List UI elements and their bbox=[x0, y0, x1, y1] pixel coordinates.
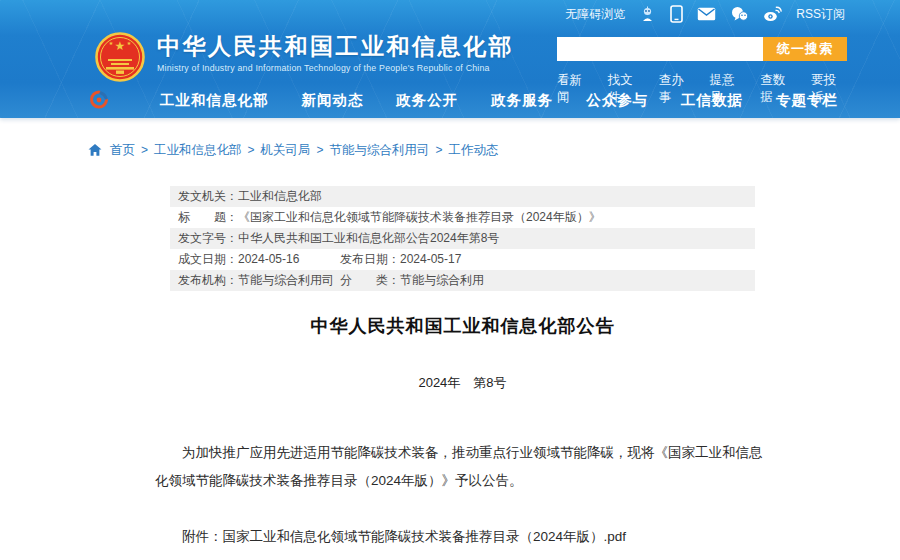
nav-item-topics[interactable]: 专题专栏 bbox=[776, 91, 838, 110]
home-icon[interactable] bbox=[88, 143, 102, 157]
attachment-line: 附件：国家工业和信息化领域节能降碳技术装备推荐目录（2024年版）.pdf bbox=[155, 528, 770, 546]
search-button[interactable]: 统一搜索 bbox=[763, 37, 847, 61]
nav-item-data[interactable]: 工信数据 bbox=[681, 91, 743, 110]
document-body: 中华人民共和国工业和信息化部公告 2024年 第8号 为加快推广应用先进适用节能… bbox=[155, 314, 770, 560]
site-header: 无障碍浏览 RSS订阅 ★ ★ ★ 中华人民共 bbox=[0, 0, 900, 118]
mascot-icon[interactable] bbox=[639, 6, 656, 23]
attachment-label: 附件： bbox=[182, 529, 223, 544]
meta-row-publisher: 发布机构：节能与综合利用司 分 类：节能与综合利用 bbox=[170, 270, 755, 291]
attachment-link[interactable]: 国家工业和信息化领域节能降碳技术装备推荐目录（2024年版）.pdf bbox=[223, 529, 627, 544]
document-title: 中华人民共和国工业和信息化部公告 bbox=[155, 314, 770, 338]
breadcrumb-current[interactable]: 工作动态 bbox=[449, 142, 499, 159]
accessibility-link[interactable]: 无障碍浏览 bbox=[565, 6, 625, 23]
breadcrumb-ministry[interactable]: 工业和信息化部 bbox=[154, 142, 242, 159]
nav-item-participation[interactable]: 公众参与 bbox=[586, 91, 648, 110]
site-title-en: Ministry of Industry and Information Tec… bbox=[157, 63, 514, 73]
miit-logo-icon bbox=[88, 89, 110, 111]
main-nav: 工业和信息化部 新闻动态 政务公开 政务服务 公众参与 工信数据 专题专栏 bbox=[0, 82, 900, 118]
breadcrumb-departments[interactable]: 机关司局 bbox=[261, 142, 311, 159]
breadcrumb-energy-dept[interactable]: 节能与综合利用司 bbox=[330, 142, 430, 159]
breadcrumb-home[interactable]: 首页 bbox=[110, 142, 135, 159]
national-emblem-icon: ★ ★ ★ bbox=[95, 32, 145, 82]
nav-item-gov-disclosure[interactable]: 政务公开 bbox=[396, 91, 458, 110]
nav-item-gov-services[interactable]: 政务服务 bbox=[491, 91, 553, 110]
breadcrumb-separator: > bbox=[141, 143, 148, 157]
mobile-icon[interactable] bbox=[670, 5, 683, 23]
rss-link[interactable]: RSS订阅 bbox=[796, 6, 845, 23]
site-title: 中华人民共和国工业和信息化部 bbox=[157, 32, 514, 60]
breadcrumb-separator: > bbox=[436, 143, 443, 157]
mail-icon[interactable] bbox=[697, 7, 716, 21]
meta-row-doc-number: 发文字号：中华人民共和国工业和信息化部公告2024年第8号 bbox=[170, 228, 755, 249]
wechat-icon[interactable] bbox=[730, 6, 749, 22]
meta-row-dates: 成文日期：2024-05-16 发布日期：2024-05-17 bbox=[170, 249, 755, 270]
meta-row-title: 标 题：《国家工业和信息化领域节能降碳技术装备推荐目录（2024年版）》 bbox=[170, 207, 755, 228]
document-paragraph: 为加快推广应用先进适用节能降碳技术装备，推动重点行业领域节能降碳，现将《国家工业… bbox=[155, 439, 770, 495]
weibo-icon[interactable] bbox=[763, 6, 782, 22]
nav-item-news[interactable]: 新闻动态 bbox=[301, 91, 363, 110]
svg-text:★: ★ bbox=[109, 40, 114, 46]
svg-text:★: ★ bbox=[115, 39, 126, 53]
search-input[interactable] bbox=[557, 37, 763, 61]
svg-text:★: ★ bbox=[127, 40, 132, 46]
breadcrumb-separator: > bbox=[248, 143, 255, 157]
breadcrumb: 首页 > 工业和信息化部 > 机关司局 > 节能与综合利用司 > 工作动态 bbox=[0, 118, 900, 158]
utility-bar: 无障碍浏览 RSS订阅 bbox=[0, 0, 900, 28]
nav-item-ministry[interactable]: 工业和信息化部 bbox=[160, 91, 269, 110]
breadcrumb-separator: > bbox=[317, 143, 324, 157]
document-issue-number: 2024年 第8号 bbox=[155, 374, 770, 392]
meta-row-issuing-agency: 发文机关：工业和信息化部 bbox=[170, 186, 755, 207]
document-meta-table: 发文机关：工业和信息化部 标 题：《国家工业和信息化领域节能降碳技术装备推荐目录… bbox=[170, 186, 755, 291]
